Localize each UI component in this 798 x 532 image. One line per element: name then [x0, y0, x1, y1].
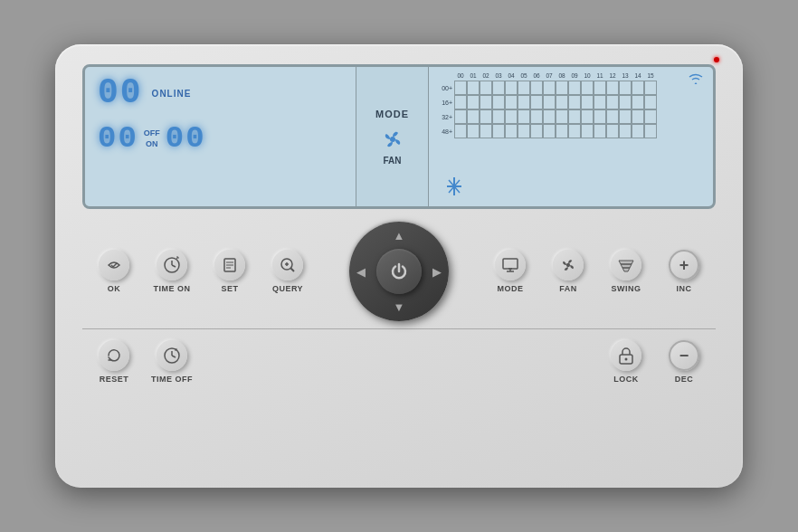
fan-btn-icon	[553, 250, 584, 280]
set-button[interactable]: SET	[207, 250, 252, 293]
ok-icon	[99, 250, 129, 280]
fan-button[interactable]: FAN	[546, 250, 591, 293]
mode-icon	[495, 250, 526, 280]
fan-label-btn: FAN	[559, 284, 577, 293]
query-button[interactable]: QUERY	[265, 250, 310, 293]
grid-row-1: 16+	[436, 95, 706, 109]
time-on-button[interactable]: TIME ON	[149, 250, 195, 293]
inc-label: INC	[677, 284, 692, 293]
time-on-icon	[157, 250, 187, 280]
right-button-group: MODE FAN	[488, 250, 707, 293]
bottom-left-group: RESET TIME OFF	[91, 340, 195, 384]
grid-header: 00 01 02 03 04 05 06 07 08 09 10 11 12 1…	[454, 72, 706, 79]
schedule-grid: 00+ 16+ 32+	[436, 81, 706, 138]
divider	[82, 328, 716, 329]
snowflake-icon	[447, 177, 461, 199]
on-label: ON	[146, 139, 158, 148]
grid-row-0: 00+	[436, 81, 706, 95]
bottom-left-digits: 00	[98, 123, 138, 154]
svg-line-13	[291, 269, 295, 272]
query-label: QUERY	[272, 284, 303, 293]
svg-line-7	[172, 265, 176, 267]
inc-icon: +	[669, 250, 699, 280]
lock-button[interactable]: LOCK	[603, 340, 649, 384]
on-off-labels: OFF ON	[144, 128, 160, 148]
reset-icon	[99, 340, 129, 371]
dec-icon: −	[669, 340, 699, 371]
status-text: ONLINE	[152, 89, 192, 99]
reset-button[interactable]: RESET	[91, 340, 137, 384]
fan-icon-area: FAN	[380, 127, 405, 166]
lcd-left-panel: 00 ONLINE 00 OFF ON 00	[85, 67, 356, 206]
device-panel: 00 ONLINE 00 OFF ON 00 MODE	[55, 44, 743, 488]
controls-bottom-row: RESET TIME OFF	[82, 340, 716, 384]
power-button[interactable]	[376, 249, 422, 294]
lcd-right-panel: 00 01 02 03 04 05 06 07 08 09 10 11 12 1…	[429, 67, 713, 206]
mode-lcd-label: MODE	[375, 109, 409, 119]
lock-icon	[611, 340, 641, 371]
time-off-button[interactable]: TIME OFF	[149, 340, 195, 384]
query-icon	[272, 250, 303, 280]
dpad-up-arrow[interactable]: ▲	[394, 229, 405, 242]
dpad-right-arrow[interactable]: ▶	[432, 265, 442, 279]
dec-label: DEC	[675, 375, 694, 384]
fan-lcd-label: FAN	[384, 156, 402, 166]
mode-label-btn: MODE	[498, 284, 524, 293]
dpad[interactable]: ▲ ▼ ◀ ▶	[349, 222, 449, 321]
lock-label: LOCK	[613, 375, 639, 384]
swing-button[interactable]: SWING	[603, 250, 649, 293]
wifi-icon	[688, 72, 704, 88]
time-off-icon	[157, 340, 187, 371]
svg-line-23	[172, 356, 176, 357]
bottom-right-digits: 00	[166, 123, 206, 154]
svg-point-25	[625, 358, 628, 361]
off-label: OFF	[144, 128, 160, 138]
dpad-container: ▲ ▼ ◀ ▶	[349, 222, 449, 321]
svg-rect-16	[503, 259, 518, 269]
bottom-right-group: LOCK − DEC	[603, 340, 707, 384]
ok-label: OK	[108, 284, 121, 293]
ok-button[interactable]: OK	[91, 250, 137, 293]
lcd-top-row: 00 ONLINE	[98, 76, 343, 110]
dec-button[interactable]: − DEC	[661, 340, 707, 384]
fan-icon	[380, 127, 405, 152]
time-off-label: TIME OFF	[151, 375, 193, 384]
controls-area: OK TIME ON	[82, 222, 716, 384]
left-button-group: OK TIME ON	[91, 250, 310, 293]
swing-icon	[611, 250, 641, 280]
reset-label: RESET	[100, 375, 129, 384]
led-indicator	[714, 57, 719, 62]
dpad-down-arrow[interactable]: ▼	[394, 300, 405, 314]
set-label: SET	[221, 284, 238, 293]
inc-button[interactable]: + INC	[661, 250, 707, 293]
svg-point-0	[390, 137, 395, 142]
lcd-display: 00 ONLINE 00 OFF ON 00 MODE	[82, 64, 716, 209]
time-on-label: TIME ON	[154, 284, 191, 293]
lcd-middle-panel: MODE FAN	[356, 67, 429, 206]
grid-row-3: 48+	[436, 124, 706, 138]
mode-button[interactable]: MODE	[488, 250, 533, 293]
swing-label: SWING	[612, 284, 641, 293]
set-icon	[214, 250, 245, 280]
svg-point-20	[566, 263, 570, 267]
dpad-left-arrow[interactable]: ◀	[356, 265, 366, 279]
main-digits: 00	[98, 76, 143, 110]
lcd-bottom-row: 00 OFF ON 00	[98, 123, 343, 154]
grid-row-2: 32+	[436, 109, 706, 124]
controls-top-row: OK TIME ON	[82, 222, 716, 321]
